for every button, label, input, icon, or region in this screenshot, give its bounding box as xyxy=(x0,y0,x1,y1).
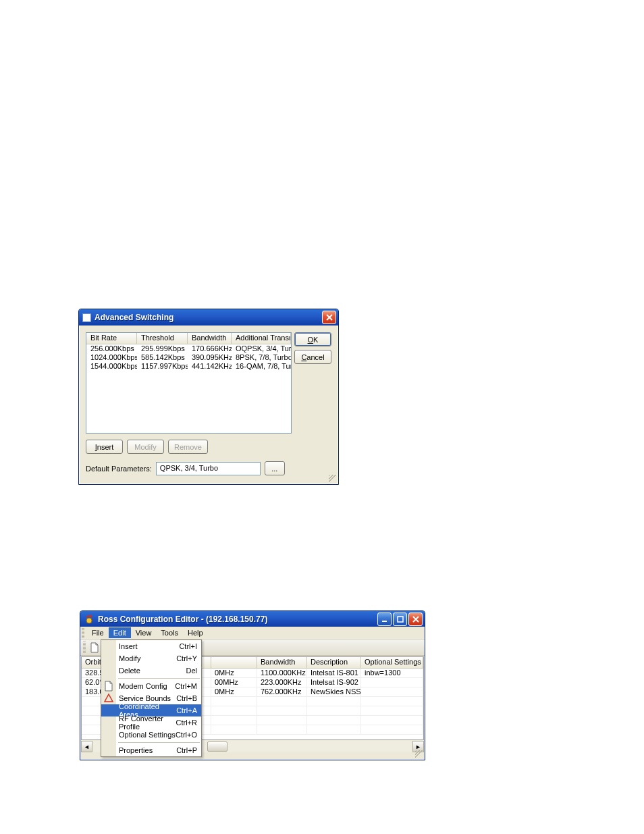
menu-item-modify[interactable]: Modify Ctrl+Y xyxy=(101,652,201,664)
maximize-button[interactable] xyxy=(393,613,407,626)
scroll-thumb[interactable] xyxy=(207,741,227,752)
default-params-label: Default Parameters: xyxy=(86,465,152,473)
col-bandwidth[interactable]: Bandwidth xyxy=(188,333,232,344)
list-row[interactable]: 1024.000Kbps 585.142Kbps 390.095KHz 8PSK… xyxy=(86,353,291,362)
col-optional[interactable]: Optional Settings xyxy=(361,657,423,668)
ross-configuration-editor-window: Ross Configuration Editor - (192.168.150… xyxy=(80,610,425,760)
svg-point-1 xyxy=(90,615,92,616)
menu-item-delete[interactable]: Delete Del xyxy=(101,664,201,677)
menu-item-properties[interactable]: Properties Ctrl+P xyxy=(101,744,201,756)
ok-button[interactable]: OK xyxy=(294,332,331,346)
document-icon xyxy=(103,681,114,692)
menu-help[interactable]: Help xyxy=(183,627,208,638)
new-icon[interactable] xyxy=(89,642,100,653)
modify-button[interactable]: Modify xyxy=(127,440,164,454)
col-bitrate[interactable]: Bit Rate xyxy=(86,333,137,344)
switching-list[interactable]: Bit Rate Threshold Bandwidth Additional … xyxy=(86,332,292,434)
resize-grip[interactable] xyxy=(415,750,423,758)
close-button[interactable] xyxy=(322,311,336,324)
titlebar[interactable]: Ross Configuration Editor - (192.168.150… xyxy=(80,611,425,627)
col-3[interactable] xyxy=(211,657,257,668)
list-header[interactable]: Bit Rate Threshold Bandwidth Additional … xyxy=(86,333,291,344)
col-params[interactable]: Additional Transmit Pa... xyxy=(232,333,291,344)
titlebar[interactable]: Advanced Switching xyxy=(79,309,338,325)
menu-item-optional-settings[interactable]: Optional Settings Ctrl+O xyxy=(101,729,201,741)
menu-file[interactable]: File xyxy=(87,627,109,638)
menu-edit[interactable]: Edit xyxy=(109,627,131,638)
scroll-left-button[interactable]: ◄ xyxy=(81,741,92,752)
menu-tools[interactable]: Tools xyxy=(156,627,183,638)
app-icon xyxy=(84,614,95,625)
window-title: Ross Configuration Editor - (192.168.150… xyxy=(98,615,374,624)
advanced-switching-dialog: Advanced Switching OK Cancel Bit Rate Th… xyxy=(78,309,339,485)
cancel-button[interactable]: Cancel xyxy=(294,350,331,364)
toolbar-handle[interactable] xyxy=(82,628,84,638)
list-row[interactable]: 1544.000Kbps 1157.997Kbps 441.142KHz 16-… xyxy=(86,362,291,371)
svg-point-0 xyxy=(86,618,92,623)
menu-item-insert[interactable]: Insert Ctrl+I xyxy=(101,640,201,652)
minimize-button[interactable] xyxy=(377,613,392,626)
insert-button[interactable]: Insert xyxy=(86,440,123,454)
menu-item-rf-converter[interactable]: RF Converter Profile Ctrl+R xyxy=(101,716,201,729)
svg-rect-2 xyxy=(382,621,387,622)
edit-menu-dropdown: Insert Ctrl+I Modify Ctrl+Y Delete Del M… xyxy=(101,640,202,757)
default-params-field: QPSK, 3/4, Turbo xyxy=(156,462,261,475)
list-row[interactable]: 256.000Kbps 295.999Kbps 170.666KHz OQPSK… xyxy=(86,344,291,353)
remove-button[interactable]: Remove xyxy=(168,440,208,454)
col-bandwidth[interactable]: Bandwidth xyxy=(257,657,307,668)
menu-bar: File Edit View Tools Help xyxy=(80,627,425,640)
window-title: Advanced Switching xyxy=(95,313,319,322)
close-button[interactable] xyxy=(408,613,423,626)
col-threshold[interactable]: Threshold xyxy=(137,333,188,344)
menu-view[interactable]: View xyxy=(131,627,157,638)
app-icon xyxy=(82,313,91,322)
default-params-browse-button[interactable]: ... xyxy=(265,461,285,475)
menu-item-modem-config[interactable]: Modem Config Ctrl+M xyxy=(101,680,201,692)
svg-rect-3 xyxy=(398,617,403,622)
toolbar-handle[interactable] xyxy=(83,642,86,654)
warning-icon xyxy=(103,693,114,704)
menu-separator xyxy=(118,678,200,679)
menu-separator xyxy=(118,742,200,743)
resize-grip[interactable] xyxy=(329,475,337,483)
col-description[interactable]: Description xyxy=(307,657,361,668)
